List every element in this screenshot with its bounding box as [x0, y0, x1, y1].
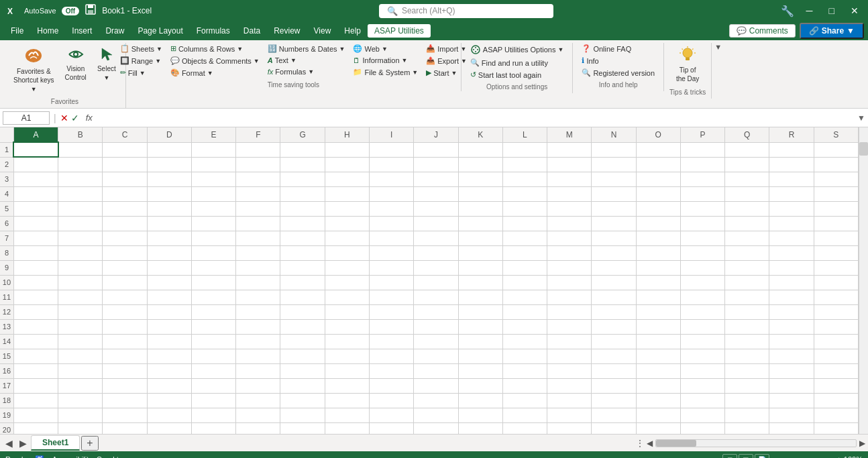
cell-A6[interactable] — [13, 216, 58, 231]
find-run-utility-button[interactable]: 🔍 Find and run a utility — [467, 57, 567, 68]
cell-J8[interactable] — [414, 245, 458, 260]
row-header-5[interactable]: 5 — [0, 201, 13, 216]
cell-A12[interactable] — [13, 304, 58, 319]
cell-R9[interactable] — [769, 260, 814, 275]
cell-O20[interactable] — [636, 422, 680, 434]
cell-A5[interactable] — [13, 201, 58, 216]
cell-G15[interactable] — [280, 349, 325, 363]
cell-R5[interactable] — [769, 201, 814, 216]
col-header-r[interactable]: R — [769, 127, 814, 142]
cell-N12[interactable] — [592, 304, 636, 319]
information-button[interactable]: 🗒 Information▼ — [349, 55, 421, 66]
cell-D2[interactable] — [147, 157, 191, 172]
cell-B19[interactable] — [58, 408, 103, 422]
cell-K6[interactable] — [458, 216, 502, 231]
cell-G14[interactable] — [280, 334, 325, 349]
cell-P3[interactable] — [680, 172, 724, 186]
formula-confirm-icon[interactable]: ✓ — [71, 113, 79, 123]
cell-D7[interactable] — [147, 231, 191, 245]
cell-G3[interactable] — [280, 172, 325, 186]
cell-M10[interactable] — [547, 275, 592, 290]
cell-Q7[interactable] — [725, 231, 769, 245]
menu-home[interactable]: Home — [30, 24, 65, 38]
cell-B20[interactable] — [58, 422, 103, 434]
cell-P20[interactable] — [680, 422, 724, 434]
favorites-shortcut-keys-button[interactable]: Favorites &Shortcut keys ▼ — [9, 43, 58, 95]
cell-L1[interactable] — [502, 142, 547, 157]
row-header-9[interactable]: 9 — [0, 260, 13, 275]
cell-S14[interactable] — [814, 334, 858, 349]
cell-R2[interactable] — [769, 157, 814, 172]
cell-S10[interactable] — [814, 275, 858, 290]
cell-E11[interactable] — [191, 290, 235, 304]
cell-K9[interactable] — [458, 260, 502, 275]
menu-data[interactable]: Data — [237, 24, 267, 38]
cell-G10[interactable] — [280, 275, 325, 290]
cell-F11[interactable] — [236, 290, 280, 304]
scroll-left-btn[interactable]: ◀ — [647, 439, 653, 448]
range-button[interactable]: 🔲 Range▼ — [117, 55, 166, 66]
format-button[interactable]: 🎨 Format▼ — [167, 67, 263, 78]
cell-E12[interactable] — [191, 304, 235, 319]
scroll-right-btn[interactable]: ▶ — [859, 439, 865, 448]
ribbon-expand-icon[interactable]: ▼ — [714, 43, 722, 51]
cell-E1[interactable] — [191, 142, 235, 157]
cell-G9[interactable] — [280, 260, 325, 275]
normal-view-button[interactable]: ⊞ — [722, 454, 737, 458]
cell-E17[interactable] — [191, 378, 235, 393]
cell-S8[interactable] — [814, 245, 858, 260]
cell-K3[interactable] — [458, 172, 502, 186]
row-header-6[interactable]: 6 — [0, 216, 13, 231]
cell-A8[interactable] — [13, 245, 58, 260]
cell-G18[interactable] — [280, 393, 325, 408]
cell-Q1[interactable] — [725, 142, 769, 157]
cell-O2[interactable] — [636, 157, 680, 172]
cell-A3[interactable] — [13, 172, 58, 186]
cell-F16[interactable] — [236, 363, 280, 378]
cell-R20[interactable] — [769, 422, 814, 434]
cell-F14[interactable] — [236, 334, 280, 349]
cell-R16[interactable] — [769, 363, 814, 378]
cell-S5[interactable] — [814, 201, 858, 216]
cell-C18[interactable] — [103, 393, 147, 408]
cell-J6[interactable] — [414, 216, 458, 231]
columns-rows-button[interactable]: ⊞ Columns & Rows▼ — [167, 43, 263, 54]
asap-options-button[interactable]: ASAP Utilities Options▼ — [467, 43, 567, 56]
cell-C12[interactable] — [103, 304, 147, 319]
cell-L11[interactable] — [502, 290, 547, 304]
cell-A19[interactable] — [13, 408, 58, 422]
cell-G5[interactable] — [280, 201, 325, 216]
cell-F3[interactable] — [236, 172, 280, 186]
cell-G11[interactable] — [280, 290, 325, 304]
row-header-17[interactable]: 17 — [0, 378, 13, 393]
cell-N11[interactable] — [592, 290, 636, 304]
cell-O5[interactable] — [636, 201, 680, 216]
cell-D11[interactable] — [147, 290, 191, 304]
row-header-16[interactable]: 16 — [0, 363, 13, 378]
col-header-s[interactable]: S — [814, 127, 858, 142]
cell-O10[interactable] — [636, 275, 680, 290]
cell-A13[interactable] — [13, 319, 58, 334]
cell-M2[interactable] — [547, 157, 592, 172]
cell-K5[interactable] — [458, 201, 502, 216]
cell-N16[interactable] — [592, 363, 636, 378]
cell-J4[interactable] — [414, 186, 458, 201]
cell-R12[interactable] — [769, 304, 814, 319]
add-sheet-button[interactable]: + — [81, 436, 98, 451]
cell-H10[interactable] — [325, 275, 369, 290]
menu-page-layout[interactable]: Page Layout — [131, 24, 189, 38]
cell-E15[interactable] — [191, 349, 235, 363]
cell-S2[interactable] — [814, 157, 858, 172]
formulas-button[interactable]: fx Formulas▼ — [264, 66, 349, 77]
cell-D16[interactable] — [147, 363, 191, 378]
cell-H4[interactable] — [325, 186, 369, 201]
cell-Q18[interactable] — [725, 393, 769, 408]
cell-R8[interactable] — [769, 245, 814, 260]
cell-J7[interactable] — [414, 231, 458, 245]
row-header-10[interactable]: 10 — [0, 275, 13, 290]
cell-P4[interactable] — [680, 186, 724, 201]
cell-N3[interactable] — [592, 172, 636, 186]
cell-M17[interactable] — [547, 378, 592, 393]
numbers-dates-button[interactable]: 🔢 Numbers & Dates▼ — [264, 43, 349, 54]
tab-next-button[interactable]: ▶ — [17, 438, 30, 449]
